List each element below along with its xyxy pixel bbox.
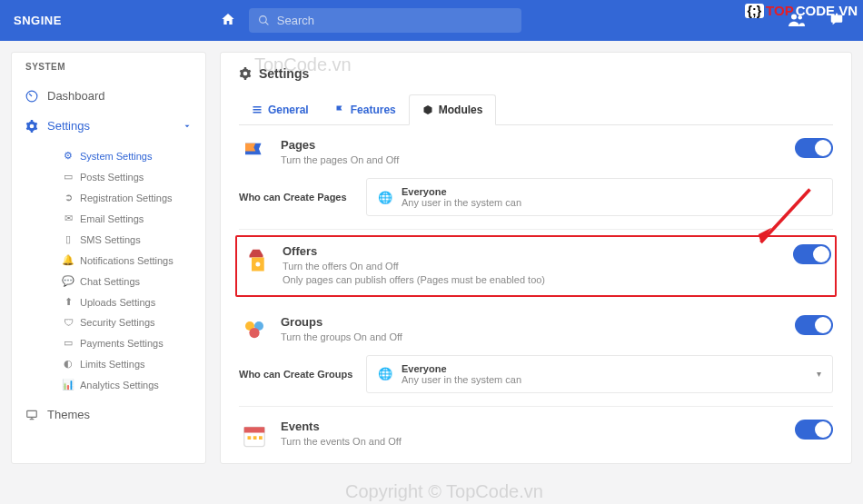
module-title: Pages [281, 138, 784, 152]
svg-rect-5 [27, 410, 37, 417]
main-panel: Settings General Features Modules Pages … [220, 52, 852, 464]
posts-icon: ▭ [63, 171, 74, 183]
chat-icon: 💬 [63, 275, 74, 287]
sidebar-sub-uploads[interactable]: ⬆Uploads Settings [45, 292, 205, 312]
sidebar-sub-security[interactable]: 🛡Security Settings [45, 312, 205, 332]
chart-icon: 📊 [63, 379, 74, 390]
sidebar-sub-payments[interactable]: ▭Payments Settings [45, 332, 205, 353]
svg-point-14 [249, 328, 259, 338]
sidebar-sub-system[interactable]: ⚙System Settings [45, 145, 205, 166]
sidebar-item-label: Dashboard [47, 89, 105, 103]
svg-rect-9 [253, 109, 262, 111]
gear-icon [239, 67, 252, 80]
globe-icon: 🌐 [378, 191, 392, 204]
bell-icon: 🔔 [63, 254, 74, 266]
offers-icon [241, 244, 272, 275]
search-input[interactable] [277, 14, 512, 27]
module-extra: Only pages can publish offers (Pages mus… [283, 273, 782, 287]
chevron-down-icon [183, 122, 192, 131]
gauge-icon: ◐ [63, 358, 74, 370]
module-groups: Groups Turn the groups On and Off Who ca… [239, 302, 833, 407]
module-pages: Pages Turn the pages On and Off Who can … [239, 125, 833, 230]
setting-label: Who can Create Groups [239, 369, 366, 380]
sidebar-sub-analytics[interactable]: 📊Analytics Settings [45, 374, 205, 395]
shield-icon: 🛡 [63, 317, 74, 328]
pages-icon [239, 138, 270, 169]
module-desc: Turn the events On and Off [281, 435, 784, 449]
tab-modules[interactable]: Modules [409, 94, 497, 125]
events-icon [239, 420, 270, 450]
tab-features[interactable]: Features [322, 94, 409, 124]
sidebar-item-themes[interactable]: Themes [12, 400, 205, 430]
brand-logo: SNGINE [14, 14, 62, 27]
svg-line-1 [265, 22, 268, 25]
sidebar-item-settings[interactable]: Settings [12, 111, 205, 141]
login-icon: ➲ [63, 192, 74, 203]
setting-label: Who can Create Pages [239, 192, 366, 203]
phone-icon: ▯ [63, 233, 74, 245]
sidebar-item-dashboard[interactable]: Dashboard [12, 81, 205, 111]
sidebar-sub-limits[interactable]: ◐Limits Settings [45, 353, 205, 374]
svg-point-11 [255, 262, 260, 267]
sidebar: SYSTEM Dashboard Settings ⚙System Settin… [11, 52, 206, 464]
module-desc: Turn the offers On and Off [283, 260, 782, 273]
module-title: Events [281, 420, 784, 433]
list-icon [252, 104, 263, 115]
groups-who-dropdown[interactable]: 🌐 Everyone Any user in the system can ▾ [366, 355, 833, 393]
sidebar-item-label: Themes [47, 408, 90, 421]
page-title: Settings [239, 66, 833, 81]
module-desc: Turn the pages On and Off [281, 153, 784, 167]
sidebar-item-label: Settings [47, 119, 90, 133]
sidebar-sub-registration[interactable]: ➲Registration Settings [45, 187, 205, 208]
svg-rect-19 [259, 436, 263, 440]
sidebar-submenu: ⚙System Settings ▭Posts Settings ➲Regist… [12, 141, 205, 400]
dashboard-icon [25, 90, 38, 103]
sidebar-sub-email[interactable]: ✉Email Settings [45, 208, 205, 229]
tabs: General Features Modules [239, 94, 833, 125]
module-events: Events Turn the events On and Off [239, 407, 833, 463]
home-icon[interactable] [221, 12, 235, 30]
flag-icon [334, 104, 345, 115]
highlighted-module: Offers Turn the offers On and Off Only p… [235, 235, 837, 297]
tab-general[interactable]: General [239, 94, 322, 124]
topcode-badge: {;} TOPCODE.VN [739, 0, 863, 21]
svg-rect-16 [244, 427, 265, 432]
pages-toggle[interactable] [795, 138, 833, 158]
module-desc: Turn the groups On and Off [281, 331, 784, 344]
mail-icon: ✉ [63, 212, 74, 224]
gear-icon [25, 120, 38, 133]
sidebar-sub-chat[interactable]: 💬Chat Settings [45, 271, 205, 292]
sidebar-sub-notifications[interactable]: 🔔Notifications Settings [45, 250, 205, 271]
caret-down-icon: ▾ [817, 369, 821, 379]
svg-point-0 [259, 16, 266, 24]
svg-rect-17 [248, 436, 252, 440]
cube-icon [422, 104, 433, 115]
upload-icon: ⬆ [63, 296, 74, 308]
sidebar-sub-sms[interactable]: ▯SMS Settings [45, 229, 205, 250]
svg-rect-10 [253, 112, 262, 114]
groups-icon [239, 315, 270, 346]
search-icon [258, 15, 270, 26]
sliders-icon: ⚙ [63, 150, 74, 162]
pages-who-dropdown[interactable]: 🌐 Everyone Any user in the system can [366, 178, 833, 216]
sidebar-category: SYSTEM [12, 53, 205, 81]
search-box[interactable] [249, 8, 521, 33]
svg-rect-18 [253, 436, 257, 440]
events-toggle[interactable] [795, 420, 833, 440]
monitor-icon [25, 409, 38, 421]
offers-toggle[interactable] [793, 244, 831, 264]
module-title: Offers [283, 244, 782, 258]
module-title: Groups [281, 315, 784, 329]
svg-rect-8 [253, 106, 262, 108]
globe-icon: 🌐 [378, 367, 392, 380]
groups-toggle[interactable] [795, 315, 833, 335]
watermark: Copyright © TopCode.vn [345, 481, 543, 502]
card-icon: ▭ [63, 337, 74, 349]
sidebar-sub-posts[interactable]: ▭Posts Settings [45, 166, 205, 187]
